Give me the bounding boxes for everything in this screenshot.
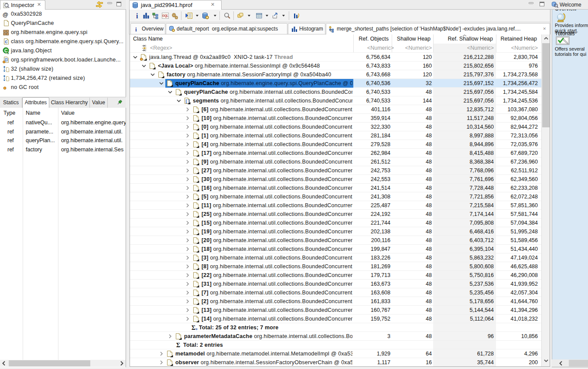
- svg-text:Σ: Σ: [176, 342, 180, 348]
- svg-text:i: i: [135, 26, 137, 32]
- svg-text:i: i: [136, 12, 138, 19]
- svg-text:Σ: Σ: [191, 325, 195, 331]
- svg-text:s: s: [7, 51, 9, 55]
- svg-text:+: +: [195, 327, 198, 331]
- svg-text:OQL: OQL: [162, 14, 168, 18]
- svg-text:C: C: [5, 40, 8, 44]
